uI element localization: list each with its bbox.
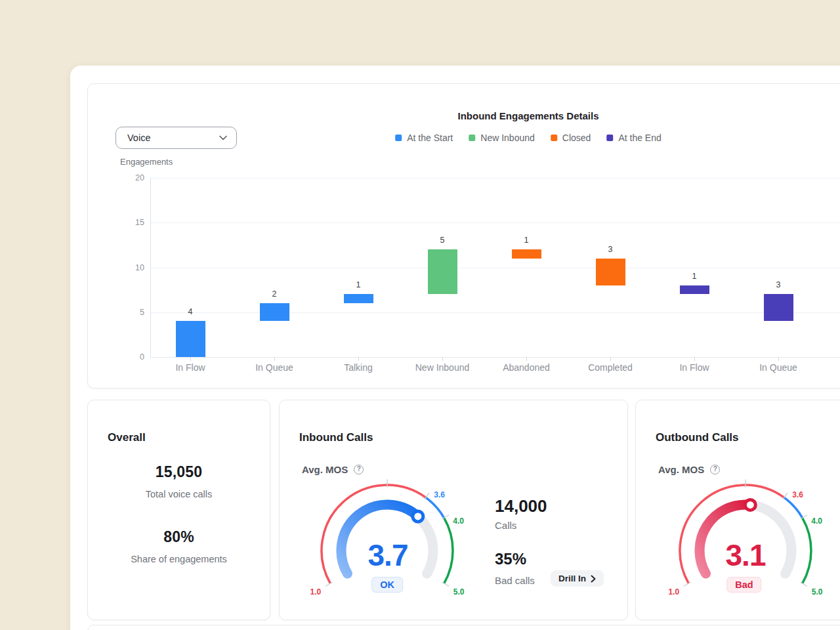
gauge-tick-label: 3.6 xyxy=(792,490,803,499)
total-voice-calls-label: Total voice calls xyxy=(88,489,270,499)
waterfall-bar[interactable] xyxy=(176,321,205,357)
gauge-tick-label: 5.0 xyxy=(812,587,823,597)
engagements-chart-card: Inbound Engagements Details Voice At the… xyxy=(87,83,840,388)
gauge-status-badge: OK xyxy=(371,577,403,593)
x-axis-tick xyxy=(358,357,359,361)
x-axis-category-label: Talking xyxy=(316,362,400,373)
gridline xyxy=(150,178,840,178)
x-axis-tick xyxy=(694,357,695,361)
gauge-zone xyxy=(803,518,811,583)
drill-in-label: Drill In xyxy=(558,574,586,583)
waterfall-chart: 051015204In Flow2In Queue1Talking5New In… xyxy=(88,84,840,388)
gridline xyxy=(150,312,840,313)
gridline xyxy=(150,222,840,223)
bar-value-label: 1 xyxy=(339,280,378,290)
overall-card-title: Overall xyxy=(108,431,146,444)
x-axis-tick xyxy=(778,357,779,361)
gauge-zone xyxy=(784,497,803,518)
bar-value-label: 1 xyxy=(507,235,546,245)
gauge-tick-label: 3.6 xyxy=(434,490,445,499)
gauge-status-badge: Bad xyxy=(726,577,761,593)
y-axis-tick-label: 10 xyxy=(112,262,144,274)
x-axis-category-label: New Inbound xyxy=(400,362,484,373)
gauge-zone xyxy=(426,497,444,518)
gauge-value: 3.1 xyxy=(726,537,766,573)
y-axis-line xyxy=(150,178,151,357)
x-axis-tick xyxy=(442,357,443,361)
calls-value: 14,000 xyxy=(495,496,547,516)
waterfall-bar[interactable] xyxy=(764,294,793,321)
waterfall-bar[interactable] xyxy=(260,303,289,321)
chevron-right-icon xyxy=(591,575,596,583)
gauge-tick-label: 4.0 xyxy=(453,516,464,526)
gauge-tick-label: 1.0 xyxy=(669,587,680,597)
bar-value-label: 5 xyxy=(423,235,462,245)
share-of-engagements-label: Share of engagements xyxy=(88,554,270,564)
waterfall-bar[interactable] xyxy=(596,259,625,285)
waterfall-bar[interactable] xyxy=(428,249,457,294)
bad-calls-value: 35% xyxy=(495,550,526,568)
gauge-tick-label: 1.0 xyxy=(310,587,322,597)
outbound-calls-title: Outbound Calls xyxy=(656,431,739,444)
x-axis-category-label: In Flow xyxy=(148,362,232,373)
outbound-calls-card: Outbound Calls Avg. MOS 1.03.64.05.0 3.1… xyxy=(635,400,840,620)
x-axis-category-label: Completed xyxy=(568,362,652,373)
total-voice-calls-value: 15,050 xyxy=(88,463,270,481)
inbound-calls-title: Inbound Calls xyxy=(299,431,373,444)
x-axis-category-label: In Queue xyxy=(232,362,316,373)
gridline xyxy=(150,268,840,268)
gauge-tick-label: 4.0 xyxy=(811,516,822,526)
x-axis-tick xyxy=(274,357,275,361)
waterfall-bar[interactable] xyxy=(344,294,373,303)
x-axis-tick xyxy=(526,357,527,361)
bar-value-label: 3 xyxy=(759,280,798,290)
calls-label: Calls xyxy=(495,520,516,531)
x-axis-tick xyxy=(610,357,611,361)
y-axis-tick-label: 20 xyxy=(112,172,144,184)
bar-value-label: 4 xyxy=(171,306,210,317)
bad-calls-label: Bad calls xyxy=(495,575,535,586)
drill-in-button[interactable]: Drill In xyxy=(551,570,604,587)
gauge-value: 3.7 xyxy=(368,537,408,573)
gridline xyxy=(150,357,840,358)
x-axis-category-label: Abandoned xyxy=(484,362,568,373)
bar-value-label: 2 xyxy=(255,289,294,299)
inbound-calls-card: Inbound Calls Avg. MOS 1.03.64.05.0 3.7 … xyxy=(279,400,628,620)
partial-card-below xyxy=(87,625,840,630)
x-axis-tick xyxy=(190,357,191,361)
y-axis-tick-label: 15 xyxy=(112,217,144,228)
gauge-zone xyxy=(444,518,453,583)
bar-value-label: 1 xyxy=(675,271,714,282)
main-panel: Inbound Engagements Details Voice At the… xyxy=(70,66,840,630)
x-axis-category-label: In Queue xyxy=(736,362,820,373)
x-axis-category-label: In Flow xyxy=(652,362,736,373)
gauge-tick-label: 5.0 xyxy=(453,587,465,597)
overall-card: Overall 15,050 Total voice calls 80% Sha… xyxy=(87,400,270,620)
bar-value-label: 3 xyxy=(591,244,630,255)
share-of-engagements-value: 80% xyxy=(88,528,270,546)
y-axis-tick-label: 5 xyxy=(112,306,144,318)
gauge-knob xyxy=(413,511,423,522)
y-axis-tick-label: 0 xyxy=(112,351,144,363)
gauge-knob xyxy=(745,499,755,510)
waterfall-bar[interactable] xyxy=(680,285,709,295)
waterfall-bar[interactable] xyxy=(512,249,541,259)
